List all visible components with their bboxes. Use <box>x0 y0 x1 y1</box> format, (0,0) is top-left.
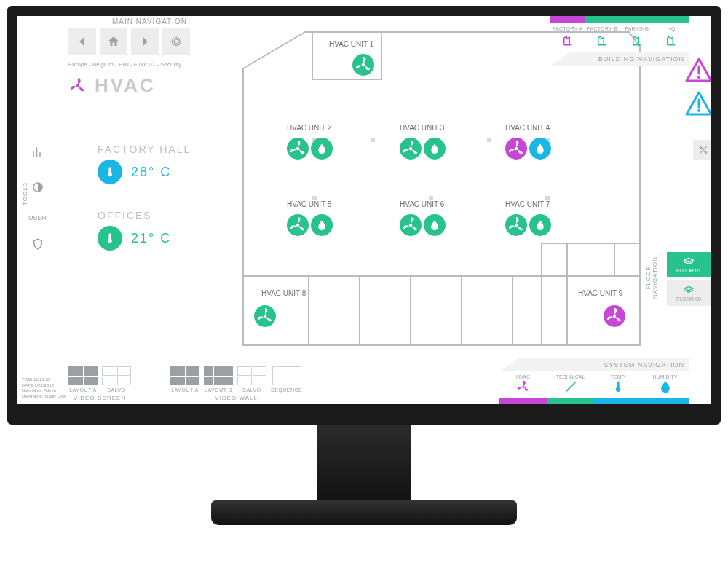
page-title: HVAC <box>68 74 156 97</box>
building-icon <box>596 34 609 47</box>
layers-icon <box>683 285 695 295</box>
video-screen-title: VIDEO SCREEN <box>68 395 131 401</box>
thermometer-icon <box>98 160 122 184</box>
temp-offices: OFFICES 21° C <box>98 210 191 251</box>
bar-chart-icon <box>31 146 44 159</box>
hvac-unit-4[interactable]: HVAC UNIT 4 <box>505 124 551 160</box>
system-nav-humidity[interactable]: HUMIDITY <box>641 373 689 397</box>
video-wall-layout-a[interactable]: LAYOUT A <box>170 366 199 393</box>
monitor-bezel: MAIN NAVIGATION Europe - Belgium - Hall … <box>7 6 721 425</box>
building-nav-factory-a[interactable]: FACTORY A <box>550 25 585 50</box>
screen: MAIN NAVIGATION Europe - Belgium - Hall … <box>17 16 711 404</box>
building-nav-parking[interactable]: PARKING <box>620 25 654 50</box>
floor-nav-floor00[interactable]: FLOOR 00 <box>667 280 711 306</box>
hvac-unit-3[interactable]: HVAC UNIT 3 <box>400 124 446 160</box>
floor-nav-floor01[interactable]: FLOOR 01 <box>667 252 711 277</box>
hvac-unit-5[interactable]: HVAC UNIT 5 <box>287 200 333 236</box>
status-time: TIME 16:29:56 <box>22 377 66 383</box>
temp-offices-label: OFFICES <box>98 210 191 221</box>
building-nav-title: BUILDING NAVIGATION <box>550 52 689 66</box>
svg-point-26 <box>697 76 700 79</box>
building-nav-factory-b[interactable]: FACTORY B <box>585 25 620 50</box>
alert-panel <box>684 56 713 119</box>
video-wall-sequence[interactable]: SEQUENCE <box>271 366 302 393</box>
hvac-unit-7[interactable]: HVAC UNIT 7 <box>505 200 551 236</box>
svg-point-28 <box>697 109 700 112</box>
system-nav: SYSTEM NAVIGATION HVAC TECHNICAL TEMP HU… <box>499 358 689 404</box>
drop-icon <box>658 379 673 394</box>
layers-icon <box>683 256 695 267</box>
video-screen-salvo[interactable]: SALVO <box>102 366 131 393</box>
temp-hall-label: FACTORY HALL <box>98 143 191 155</box>
video-wall-title: VIDEO WALL <box>170 395 302 401</box>
tool-chart-button[interactable] <box>25 140 50 165</box>
status-alias: User Alias: Admin <box>22 388 66 394</box>
monitor-frame: MAIN NAVIGATION Europe - Belgium - Hall … <box>7 6 721 525</box>
main-nav-title: MAIN NAVIGATION <box>112 17 187 25</box>
alert-critical-icon[interactable] <box>684 56 713 85</box>
svg-point-0 <box>76 84 79 87</box>
building-nav: FACTORY A FACTORY B PARKING HQ BUILDING … <box>550 16 689 66</box>
building-nav-colorstrip <box>550 16 689 23</box>
system-nav-temp[interactable]: TEMP <box>594 373 641 397</box>
status-date: DATE 1/02/2018 <box>22 383 66 389</box>
floor-plan[interactable]: HVAC UNIT 1 HVAC UNIT 2 HVAC UNIT 3 HVAC… <box>236 25 644 353</box>
monitor-neck <box>317 425 411 505</box>
nav-home-button[interactable] <box>100 28 127 55</box>
tools-icon <box>563 379 578 394</box>
fan-icon <box>516 379 531 394</box>
tool-contrast-button[interactable] <box>25 175 50 200</box>
svg-rect-9 <box>371 138 375 142</box>
video-wall-panel: LAYOUT A LAYOUT B SALVO SEQUENCE VIDEO W… <box>170 366 302 401</box>
svg-text:HVAC UNIT 8: HVAC UNIT 8 <box>261 289 306 297</box>
building-nav-hq[interactable]: HQ <box>654 25 689 50</box>
tool-user-button[interactable] <box>25 232 50 256</box>
nav-forward-button[interactable] <box>131 28 159 55</box>
svg-text:HVAC UNIT 6: HVAC UNIT 6 <box>400 200 445 208</box>
fan-icon <box>68 76 87 95</box>
breadcrumb: Europe - Belgium - Hall - Floor 01 - Sec… <box>68 61 181 68</box>
hvac-unit-8[interactable]: HVAC UNIT 8 <box>254 289 306 327</box>
status-block: TIME 16:29:56 DATE 1/02/2018 User Alias:… <box>22 377 66 400</box>
svg-text:HVAC UNIT 1: HVAC UNIT 1 <box>329 40 374 48</box>
system-nav-title: SYSTEM NAVIGATION <box>499 358 689 371</box>
tools-icon <box>698 145 708 155</box>
system-nav-hvac[interactable]: HVAC <box>499 373 547 397</box>
chevron-right-icon <box>138 35 151 48</box>
svg-point-29 <box>522 385 524 387</box>
gear-icon <box>170 35 183 48</box>
svg-text:HVAC UNIT 2: HVAC UNIT 2 <box>287 124 332 132</box>
video-wall-salvo[interactable]: SALVO <box>237 366 266 393</box>
tools-rail: USER <box>17 140 58 256</box>
temp-offices-value: 21° C <box>131 231 171 246</box>
nav-back-button[interactable] <box>68 28 96 55</box>
video-wall-layout-b[interactable]: LAYOUT B <box>204 366 233 393</box>
home-icon <box>107 35 120 48</box>
building-icon <box>561 34 574 47</box>
svg-text:HVAC UNIT 3: HVAC UNIT 3 <box>400 124 445 132</box>
video-screen-layout-a[interactable]: LAYOUT A <box>68 366 98 393</box>
floor-nav-title: FLOOR NAVIGATION <box>645 256 658 299</box>
floor-nav: FLOOR NAVIGATION FLOOR 01 FLOOR 00 <box>667 249 711 309</box>
contrast-icon <box>31 181 44 194</box>
temperature-panel: FACTORY HALL 28° C OFFICES 21° C <box>98 143 191 251</box>
nav-settings-button[interactable] <box>162 28 190 55</box>
hvac-unit-9[interactable]: HVAC UNIT 9 <box>578 289 625 327</box>
building-icon <box>665 34 678 47</box>
temp-hall-value: 28° C <box>131 165 171 180</box>
power-led-icon <box>694 415 697 419</box>
building-icon <box>630 34 644 47</box>
svg-text:HVAC UNIT 5: HVAC UNIT 5 <box>287 200 332 208</box>
video-screen-panel: LAYOUT A SALVO VIDEO SCREEN <box>68 366 131 401</box>
hvac-unit-1[interactable]: HVAC UNIT 1 <box>329 40 374 76</box>
right-tools-toggle[interactable] <box>693 140 713 160</box>
temp-factory-hall: FACTORY HALL 28° C <box>98 143 191 184</box>
system-nav-technical[interactable]: TECHNICAL <box>547 373 594 397</box>
hvac-unit-2[interactable]: HVAC UNIT 2 <box>287 124 333 160</box>
svg-text:HVAC UNIT 4: HVAC UNIT 4 <box>505 124 550 132</box>
svg-text:HVAC UNIT 7: HVAC UNIT 7 <box>505 200 550 208</box>
hvac-unit-6[interactable]: HVAC UNIT 6 <box>400 200 446 236</box>
thermometer-icon <box>611 379 625 394</box>
alert-warning-icon[interactable] <box>684 90 713 119</box>
thermometer-icon <box>98 226 122 251</box>
